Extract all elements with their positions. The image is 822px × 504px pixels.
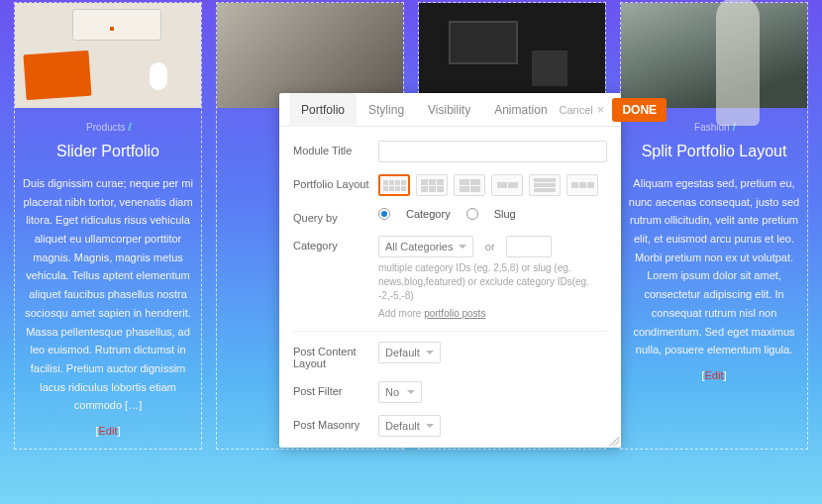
resize-handle[interactable] bbox=[609, 436, 619, 446]
tab-styling[interactable]: Styling bbox=[357, 93, 416, 127]
card-desc: Duis dignissim curae; neque per mi place… bbox=[15, 174, 201, 415]
modal-form: Module Title Portfolio Layout Query by C… bbox=[279, 127, 621, 448]
card-edit[interactable]: [Edit] bbox=[621, 369, 807, 381]
card-title[interactable]: Split Portfolio Layout bbox=[621, 143, 807, 160]
card-thumb bbox=[15, 3, 201, 108]
portfolio-card: Fashion // Split Portfolio Layout Aliqua… bbox=[620, 2, 808, 450]
layout-opt-grid3[interactable] bbox=[416, 174, 448, 196]
done-button[interactable]: DONE bbox=[612, 98, 667, 122]
label-post-masonry: Post Masonry bbox=[293, 415, 378, 431]
radio-slug[interactable] bbox=[466, 208, 478, 220]
layout-opt-wide2[interactable] bbox=[491, 174, 523, 196]
post-content-layout-select[interactable]: Default bbox=[378, 342, 441, 363]
label-post-filter: Post Filter bbox=[293, 381, 378, 397]
card-title[interactable]: Slider Portfolio bbox=[15, 143, 201, 160]
label-portfolio-layout: Portfolio Layout bbox=[293, 174, 378, 190]
post-masonry-select[interactable]: Default bbox=[378, 415, 441, 437]
card-category: Products // bbox=[15, 122, 201, 133]
module-title-input[interactable] bbox=[378, 141, 607, 162]
card-thumb bbox=[621, 3, 807, 108]
card-edit[interactable]: [Edit] bbox=[15, 425, 201, 437]
tab-animation[interactable]: Animation bbox=[482, 93, 559, 127]
module-settings-modal: Portfolio Styling Visibility Animation C… bbox=[279, 93, 621, 448]
post-filter-select[interactable]: No bbox=[378, 381, 422, 403]
category-id-input[interactable] bbox=[506, 236, 552, 257]
cancel-button[interactable]: Cancel× bbox=[560, 102, 605, 117]
category-select[interactable]: All Categories bbox=[378, 236, 473, 257]
layout-options bbox=[378, 174, 607, 196]
label-post-content-layout: Post Content Layout bbox=[293, 342, 378, 369]
label-module-title: Module Title bbox=[293, 141, 378, 156]
layout-opt-grid2[interactable] bbox=[454, 174, 485, 196]
label-query-by: Query by bbox=[293, 208, 378, 224]
tab-portfolio[interactable]: Portfolio bbox=[289, 93, 357, 127]
portfolio-card: Products // Slider Portfolio Duis dignis… bbox=[14, 2, 202, 450]
category-help: multiple category IDs (eg. 2,5,8) or slu… bbox=[378, 261, 607, 303]
card-desc: Aliquam egestas sed, pretium eu, nunc ae… bbox=[621, 174, 807, 359]
layout-opt-grid4[interactable] bbox=[378, 174, 410, 196]
tab-visibility[interactable]: Visibility bbox=[416, 93, 482, 127]
layout-opt-rows[interactable] bbox=[529, 174, 561, 196]
close-icon: × bbox=[597, 102, 605, 117]
modal-tabs: Portfolio Styling Visibility Animation C… bbox=[279, 93, 621, 127]
layout-opt-mix[interactable] bbox=[566, 174, 598, 196]
card-category: Fashion // bbox=[621, 122, 807, 133]
add-portfolio-posts-link[interactable]: portfolio posts bbox=[424, 308, 485, 319]
label-category: Category bbox=[293, 236, 378, 252]
radio-category[interactable] bbox=[378, 208, 390, 220]
